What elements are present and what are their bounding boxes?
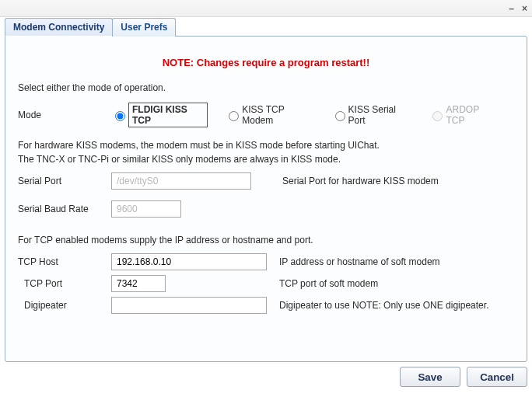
tcp-port-row: TCP Port TCP port of soft modem — [18, 275, 514, 292]
mode-radio-fldigi[interactable] — [115, 111, 125, 121]
tcp-port-hint: TCP port of soft modem — [279, 278, 378, 289]
cancel-button[interactable]: Cancel — [467, 367, 527, 387]
window-titlebar: – × — [0, 0, 532, 17]
tcp-paragraph: For TCP enabled modems supply the IP add… — [18, 233, 514, 247]
mode-label: Mode — [18, 110, 111, 120]
tcp-port-input[interactable] — [111, 275, 166, 292]
serial-baud-input — [111, 200, 181, 218]
instruction-text: Select either the mode of operation. — [18, 82, 514, 93]
mode-option-kissserial[interactable]: KISS Serial Port — [331, 104, 412, 126]
close-icon[interactable]: × — [522, 3, 527, 14]
tcp-host-row: TCP Host IP address or hostname of soft … — [18, 253, 514, 270]
hardware-kiss-line2: The TNC-X or TNC-Pi or similar KISS only… — [18, 152, 514, 166]
mode-option-kissserial-label: KISS Serial Port — [348, 104, 412, 126]
serial-baud-row: Serial Baud Rate — [18, 200, 514, 218]
tcp-host-label: TCP Host — [18, 256, 111, 267]
save-button[interactable]: Save — [400, 367, 460, 387]
mode-option-ardop-label: ARDOP TCP — [446, 104, 497, 126]
digipeater-row: Digipeater Digipeater to use NOTE: Only … — [18, 297, 514, 314]
serial-port-label: Serial Port — [18, 176, 111, 186]
mode-radio-ardop — [432, 111, 443, 121]
mode-radio-kisstcp[interactable] — [229, 111, 239, 121]
tab-user-prefs[interactable]: User Prefs — [112, 18, 176, 37]
hardware-kiss-line1: For hardware KISS modems, the modem must… — [18, 138, 514, 152]
mode-radio-kissserial[interactable] — [335, 111, 345, 121]
mode-option-kisstcp[interactable]: KISS TCP Modem — [225, 104, 313, 126]
serial-port-input — [111, 172, 251, 190]
tab-strip: Modem Connectivity User Prefs — [5, 18, 527, 37]
tcp-port-label: TCP Port — [18, 278, 111, 289]
dialog-button-bar: Save Cancel — [5, 367, 527, 387]
tab-modem-connectivity[interactable]: Modem Connectivity — [5, 18, 113, 37]
serial-port-hint: Serial Port for hardware KISS modem — [282, 176, 439, 186]
hardware-kiss-paragraph: For hardware KISS modems, the modem must… — [18, 138, 514, 166]
minimize-icon[interactable]: – — [509, 3, 514, 14]
tcp-host-input[interactable] — [111, 253, 267, 270]
digipeater-input[interactable] — [111, 297, 267, 314]
restart-note: NOTE: Changes require a program restart!… — [18, 57, 514, 68]
mode-option-fldigi-label: FLDIGI KISS TCP — [128, 103, 208, 127]
mode-option-ardop: ARDOP TCP — [429, 104, 497, 126]
mode-option-fldigi[interactable]: FLDIGI KISS TCP — [111, 103, 208, 127]
serial-port-row: Serial Port Serial Port for hardware KIS… — [18, 172, 514, 190]
tcp-host-hint: IP address or hostname of soft modem — [279, 256, 440, 267]
tab-panel: NOTE: Changes require a program restart!… — [5, 36, 527, 362]
serial-baud-label: Serial Baud Rate — [18, 204, 111, 214]
mode-option-kisstcp-label: KISS TCP Modem — [242, 104, 313, 126]
mode-row: Mode FLDIGI KISS TCP KISS TCP Modem KISS… — [18, 103, 514, 127]
digipeater-hint: Digipeater to use NOTE: Only use ONE dig… — [279, 300, 488, 311]
digipeater-label: Digipeater — [18, 300, 111, 311]
